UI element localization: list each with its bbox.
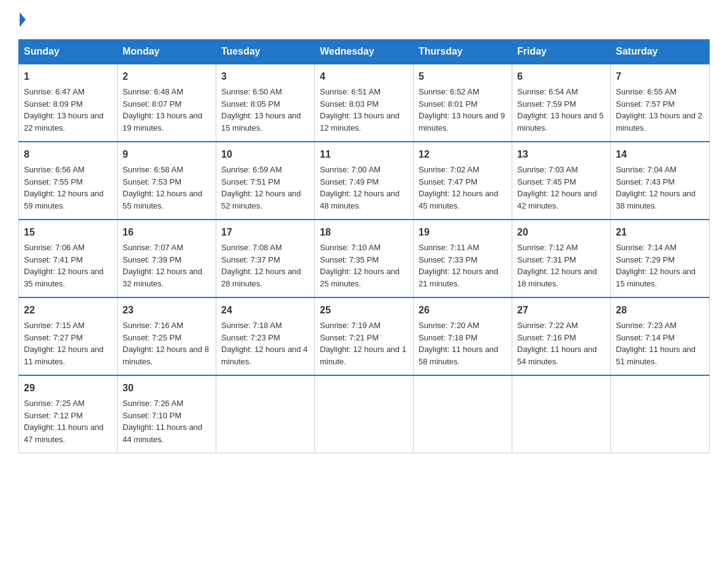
sunset-text: Sunset: 7:47 PM	[419, 177, 477, 186]
day-number: 19	[419, 225, 507, 240]
day-number: 9	[123, 147, 211, 162]
day-number: 11	[320, 147, 408, 162]
sunrise-text: Sunrise: 6:47 AM	[24, 87, 85, 96]
calendar-week-row: 29Sunrise: 7:25 AMSunset: 7:12 PMDayligh…	[19, 375, 710, 453]
daylight-text: Daylight: 12 hours and 55 minutes.	[123, 189, 202, 210]
sunrise-text: Sunrise: 7:18 AM	[221, 321, 282, 330]
calendar-cell: 7Sunrise: 6:55 AMSunset: 7:57 PMDaylight…	[611, 64, 710, 142]
daylight-text: Daylight: 13 hours and 19 minutes.	[123, 111, 202, 132]
logo	[18, 12, 26, 27]
sunrise-text: Sunrise: 6:56 AM	[24, 165, 85, 174]
header-day-saturday: Saturday	[611, 40, 710, 64]
sunrise-text: Sunrise: 7:07 AM	[123, 243, 183, 252]
calendar-cell	[414, 375, 512, 453]
sunrise-text: Sunrise: 7:16 AM	[123, 321, 183, 330]
sunrise-text: Sunrise: 7:25 AM	[24, 399, 85, 408]
calendar-cell: 11Sunrise: 7:00 AMSunset: 7:49 PMDayligh…	[315, 142, 414, 220]
calendar-cell: 20Sunrise: 7:12 AMSunset: 7:31 PMDayligh…	[512, 220, 611, 297]
calendar-cell: 24Sunrise: 7:18 AMSunset: 7:23 PMDayligh…	[216, 297, 315, 375]
calendar-cell: 30Sunrise: 7:26 AMSunset: 7:10 PMDayligh…	[118, 375, 216, 453]
calendar-cell: 22Sunrise: 7:15 AMSunset: 7:27 PMDayligh…	[19, 297, 118, 375]
daylight-text: Daylight: 12 hours and 38 minutes.	[616, 189, 696, 210]
sunrise-text: Sunrise: 7:02 AM	[419, 165, 479, 174]
sunrise-text: Sunrise: 7:20 AM	[419, 321, 479, 330]
header-day-tuesday: Tuesday	[216, 40, 315, 64]
sunset-text: Sunset: 7:23 PM	[221, 333, 280, 342]
daylight-text: Daylight: 13 hours and 22 minutes.	[24, 111, 104, 132]
sunset-text: Sunset: 7:12 PM	[24, 411, 83, 420]
calendar-cell: 9Sunrise: 6:58 AMSunset: 7:53 PMDaylight…	[118, 142, 216, 220]
daylight-text: Daylight: 11 hours and 44 minutes.	[123, 423, 202, 444]
daylight-text: Daylight: 11 hours and 54 minutes.	[517, 345, 597, 366]
sunset-text: Sunset: 7:37 PM	[221, 255, 280, 264]
calendar-cell: 3Sunrise: 6:50 AMSunset: 8:05 PMDaylight…	[216, 64, 315, 142]
calendar-week-row: 15Sunrise: 7:06 AMSunset: 7:41 PMDayligh…	[19, 220, 710, 297]
calendar-cell: 28Sunrise: 7:23 AMSunset: 7:14 PMDayligh…	[611, 297, 710, 375]
day-number: 22	[24, 303, 112, 318]
day-number: 12	[419, 147, 507, 162]
header-day-wednesday: Wednesday	[315, 40, 414, 64]
sunset-text: Sunset: 8:09 PM	[24, 99, 83, 109]
calendar-cell: 18Sunrise: 7:10 AMSunset: 7:35 PMDayligh…	[315, 220, 414, 297]
sunrise-text: Sunrise: 6:52 AM	[419, 87, 479, 96]
calendar-cell: 4Sunrise: 6:51 AMSunset: 8:03 PMDaylight…	[315, 64, 414, 142]
day-number: 23	[123, 303, 211, 318]
calendar-cell	[315, 375, 414, 453]
day-number: 20	[517, 225, 605, 240]
daylight-text: Daylight: 12 hours and 4 minutes.	[221, 345, 308, 366]
day-number: 27	[517, 303, 605, 318]
daylight-text: Daylight: 12 hours and 18 minutes.	[517, 267, 597, 288]
day-number: 21	[616, 225, 704, 240]
sunrise-text: Sunrise: 7:22 AM	[517, 321, 578, 330]
day-number: 15	[24, 225, 112, 240]
sunset-text: Sunset: 7:51 PM	[221, 177, 280, 186]
sunset-text: Sunset: 7:53 PM	[123, 177, 181, 186]
daylight-text: Daylight: 11 hours and 51 minutes.	[616, 345, 696, 366]
header-day-sunday: Sunday	[19, 40, 118, 64]
daylight-text: Daylight: 11 hours and 47 minutes.	[24, 423, 104, 444]
calendar-cell: 27Sunrise: 7:22 AMSunset: 7:16 PMDayligh…	[512, 297, 611, 375]
calendar-cell	[216, 375, 315, 453]
calendar-cell: 1Sunrise: 6:47 AMSunset: 8:09 PMDaylight…	[19, 64, 118, 142]
sunset-text: Sunset: 8:01 PM	[419, 99, 477, 109]
calendar-cell	[512, 375, 611, 453]
daylight-text: Daylight: 12 hours and 1 minute.	[320, 345, 406, 366]
daylight-text: Daylight: 13 hours and 15 minutes.	[221, 111, 301, 132]
header-day-monday: Monday	[118, 40, 216, 64]
sunset-text: Sunset: 7:33 PM	[419, 255, 477, 264]
calendar-cell: 5Sunrise: 6:52 AMSunset: 8:01 PMDaylight…	[414, 64, 512, 142]
day-number: 16	[123, 225, 211, 240]
header-row: SundayMondayTuesdayWednesdayThursdayFrid…	[19, 40, 710, 64]
sunrise-text: Sunrise: 7:11 AM	[419, 243, 479, 252]
calendar-cell: 13Sunrise: 7:03 AMSunset: 7:45 PMDayligh…	[512, 142, 611, 220]
sunset-text: Sunset: 7:10 PM	[123, 411, 181, 420]
day-number: 17	[221, 225, 309, 240]
page-header	[18, 12, 710, 27]
daylight-text: Daylight: 12 hours and 21 minutes.	[419, 267, 498, 288]
day-number: 8	[24, 147, 112, 162]
day-number: 7	[616, 69, 704, 84]
daylight-text: Daylight: 12 hours and 45 minutes.	[419, 189, 498, 210]
sunrise-text: Sunrise: 6:58 AM	[123, 165, 183, 174]
sunrise-text: Sunrise: 7:06 AM	[24, 243, 85, 252]
calendar-cell: 19Sunrise: 7:11 AMSunset: 7:33 PMDayligh…	[414, 220, 512, 297]
sunrise-text: Sunrise: 7:12 AM	[517, 243, 578, 252]
daylight-text: Daylight: 13 hours and 2 minutes.	[616, 111, 702, 132]
sunset-text: Sunset: 7:27 PM	[24, 333, 83, 342]
sunrise-text: Sunrise: 7:10 AM	[320, 243, 381, 252]
sunrise-text: Sunrise: 7:08 AM	[221, 243, 282, 252]
calendar-body: 1Sunrise: 6:47 AMSunset: 8:09 PMDaylight…	[19, 64, 710, 453]
calendar-cell: 8Sunrise: 6:56 AMSunset: 7:55 PMDaylight…	[19, 142, 118, 220]
calendar-cell: 14Sunrise: 7:04 AMSunset: 7:43 PMDayligh…	[611, 142, 710, 220]
daylight-text: Daylight: 13 hours and 5 minutes.	[517, 111, 604, 132]
sunrise-text: Sunrise: 6:50 AM	[221, 87, 282, 96]
sunrise-text: Sunrise: 7:04 AM	[616, 165, 677, 174]
sunrise-text: Sunrise: 7:26 AM	[123, 399, 183, 408]
sunset-text: Sunset: 7:49 PM	[320, 177, 379, 186]
day-number: 24	[221, 303, 309, 318]
daylight-text: Daylight: 12 hours and 59 minutes.	[24, 189, 104, 210]
day-number: 13	[517, 147, 605, 162]
daylight-text: Daylight: 12 hours and 52 minutes.	[221, 189, 301, 210]
sunset-text: Sunset: 8:03 PM	[320, 99, 379, 109]
day-number: 10	[221, 147, 309, 162]
